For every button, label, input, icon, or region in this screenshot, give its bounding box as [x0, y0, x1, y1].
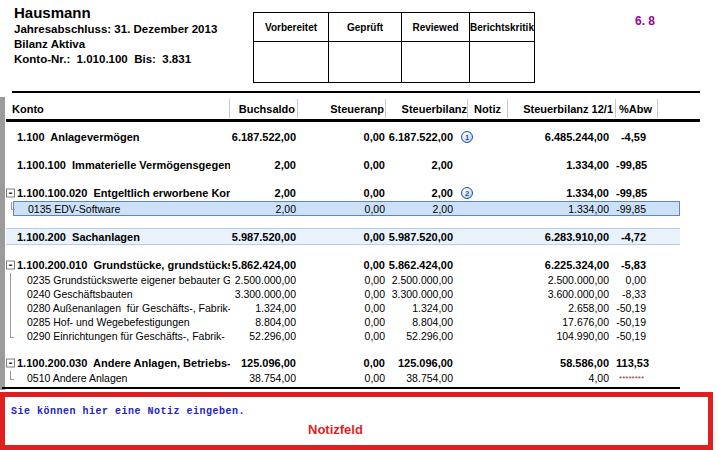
account-label: 1.100.200.010 Grundstücke, grundstücks [17, 259, 230, 271]
column-header-notiz[interactable]: Notiz [468, 99, 508, 118]
cell-notiz [456, 315, 508, 329]
signoff-cell-berichtskritik[interactable] [469, 41, 534, 82]
trial-balance-window: Hausmann Jahresabschluss: 31. Dezember 2… [0, 0, 718, 450]
account-rows: 1.100 Anlagevermögen6.187.522,000,006.18… [6, 123, 680, 385]
account-label: 0240 Geschäftsbauten [27, 288, 133, 300]
collapse-toggle-icon[interactable]: - [6, 189, 15, 198]
account-label: 1.100.200 Sachanlagen [17, 231, 140, 243]
account-label: 0510 Andere Anlagen [27, 372, 127, 384]
cell-buchsaldo: 125.096,00 [230, 357, 298, 369]
table-row[interactable]: 0135 EDV-Software2,000,002,001.334,00-99… [13, 201, 680, 216]
table-row[interactable]: -1.100.200.030 Andere Anlagen, Betriebs-… [6, 355, 680, 371]
cell-abw: -99,85 [616, 203, 658, 215]
column-header-row: Konto Buchsaldo Steueranp Steuerbilanz N… [6, 99, 680, 118]
cell-steuerbilanz: 3.300.000,00 [386, 288, 456, 300]
account-label: 1.100.100.020 Entgeltlich erworbene Konz [17, 187, 230, 199]
table-row[interactable]: -1.100.200.010 Grundstücke, grundstücks5… [6, 257, 680, 273]
cell-konto: 0285 Hof- und Wegebefestigungen [6, 315, 230, 329]
cell-konto: 1.100 Anlagevermögen [6, 129, 230, 145]
cell-buchsaldo: 5.862.424,00 [230, 259, 298, 271]
cell-konto: 0280 Außenanlagen für Geschäfts-, Fabrik… [6, 301, 230, 315]
cell-konto: 1.100.200 Sachanlagen [6, 229, 230, 244]
signoff-cell-geprueft[interactable] [328, 41, 401, 82]
cell-steuerbilanz-12-1: 58.586,00 [508, 357, 616, 369]
collapse-toggle-icon[interactable]: - [6, 359, 15, 368]
account-label: 0280 Außenanlagen für Geschäfts-, Fabrik… [27, 302, 230, 314]
cell-steueranp: 0,00 [298, 274, 386, 286]
cell-notiz: 1 [456, 129, 508, 145]
column-header-konto[interactable]: Konto [6, 99, 230, 118]
cell-abw: -50,19 [616, 316, 658, 328]
cell-steuerbilanz: 5.987.520,00 [386, 231, 456, 243]
note-indicator-icon[interactable]: 1 [461, 131, 473, 143]
cell-buchsaldo: 52.296,00 [230, 330, 298, 342]
cell-notiz [456, 355, 508, 371]
cell-buchsaldo: 2,00 [230, 203, 298, 215]
signoff-header-vorbereitet: Vorbereitet [254, 13, 328, 41]
cell-steuerbilanz-12-1: 104.990,00 [508, 330, 616, 342]
note-panel-label: Notizfeld [308, 422, 363, 437]
note-panel[interactable]: Sie können hier eine Notiz eingeben. Not… [0, 392, 713, 450]
cell-abw: -99,85 [616, 187, 658, 199]
cell-buchsaldo: 38.754,00 [230, 372, 298, 384]
cell-steueranp: 0,00 [298, 330, 386, 342]
cell-notiz [456, 329, 508, 343]
cell-buchsaldo: 6.187.522,00 [230, 131, 298, 143]
column-header-steuerbilanz-12-1[interactable]: Steuerbilanz 12/1 [508, 99, 616, 118]
table-row[interactable]: 1.100.200 Sachanlagen5.987.520,000,005.9… [6, 228, 680, 245]
cell-buchsaldo: 2,00 [230, 159, 298, 171]
table-row[interactable]: 1.100 Anlagevermögen6.187.522,000,006.18… [6, 129, 680, 145]
cell-steuerbilanz: 6.187.522,00 [386, 131, 456, 143]
cell-steuerbilanz: 1.324,00 [386, 302, 456, 314]
cell-steuerbilanz-12-1: 1.334,00 [508, 187, 616, 199]
column-header-abw[interactable]: %Abw [616, 99, 658, 118]
table-row[interactable]: -1.100.100.020 Entgeltlich erworbene Kon… [6, 185, 680, 201]
cell-konto: 0510 Andere Anlagen [6, 371, 230, 385]
cell-steuerbilanz: 2,00 [386, 203, 456, 215]
note-input-text[interactable]: Sie können hier eine Notiz eingeben. [11, 406, 245, 417]
signoff-cell-reviewed[interactable] [401, 41, 469, 82]
table-row[interactable]: 1.100.100 Immaterielle Vermögensgegen2,0… [6, 157, 680, 173]
table-row[interactable]: 0235 Grundstückswerte eigener bebauter G… [6, 273, 680, 287]
cell-notiz [456, 371, 508, 385]
cell-notiz [456, 273, 508, 287]
column-header-steuerbilanz[interactable]: Steuerbilanz [386, 99, 468, 118]
page-number: 6. 8 [618, 14, 672, 28]
cell-steuerbilanz-12-1: 4,00 [508, 372, 616, 384]
cell-abw: -4,59 [616, 131, 658, 143]
collapse-toggle-icon[interactable]: - [6, 261, 15, 270]
column-header-spacer [658, 99, 680, 118]
left-panel-edge [0, 97, 5, 390]
cell-steuerbilanz-12-1: 6.283.910,00 [508, 231, 616, 243]
signoff-table: Vorbereitet Geprüft Reviewed Berichtskri… [253, 12, 535, 83]
company-name: Hausmann [14, 4, 217, 22]
cell-abw: -4,72 [616, 231, 658, 243]
table-row[interactable]: 0285 Hof- und Wegebefestigungen8.804,000… [6, 315, 680, 329]
cell-steuerbilanz-12-1: 1.334,00 [508, 159, 616, 171]
column-header-steueranp[interactable]: Steueranp [298, 99, 386, 118]
table-row[interactable]: 0290 Einrichtungen für Geschäfts-, Fabri… [6, 329, 680, 343]
cell-steuerbilanz-12-1: 6.225.324,00 [508, 259, 616, 271]
table-row[interactable]: 0510 Andere Anlagen38.754,000,0038.754,0… [6, 371, 680, 385]
signoff-cell-vorbereitet[interactable] [254, 41, 328, 82]
cell-abw: -8,33 [616, 288, 658, 300]
signoff-header-berichtskritik: Berichtskritik [469, 13, 534, 41]
column-header-buchsaldo[interactable]: Buchsaldo [230, 99, 298, 118]
note-indicator-icon[interactable]: 2 [461, 187, 473, 199]
account-label: 1.100.100 Immaterielle Vermögensgegen [17, 159, 230, 171]
cell-buchsaldo: 3.300.000,00 [230, 288, 298, 300]
cell-abw: ******** [616, 374, 658, 383]
cell-abw: 0,00 [616, 274, 658, 286]
report-title: Bilanz Aktiva [14, 37, 217, 52]
header-divider [12, 91, 700, 93]
cell-steuerbilanz-12-1: 2.658,00 [508, 302, 616, 314]
cell-steueranp: 0,00 [298, 288, 386, 300]
account-label: 0285 Hof- und Wegebefestigungen [27, 316, 190, 328]
account-range: Konto-Nr.: 1.010.100 Bis: 3.831 [14, 52, 217, 67]
cell-buchsaldo: 2,00 [230, 187, 298, 199]
table-row[interactable]: 0240 Geschäftsbauten3.300.000,000,003.30… [6, 287, 680, 301]
cell-abw: 113,53 [616, 357, 658, 369]
table-row[interactable]: 0280 Außenanlagen für Geschäfts-, Fabrik… [6, 301, 680, 315]
cell-steuerbilanz: 2,00 [386, 187, 456, 199]
cell-steueranp: 0,00 [298, 187, 386, 199]
